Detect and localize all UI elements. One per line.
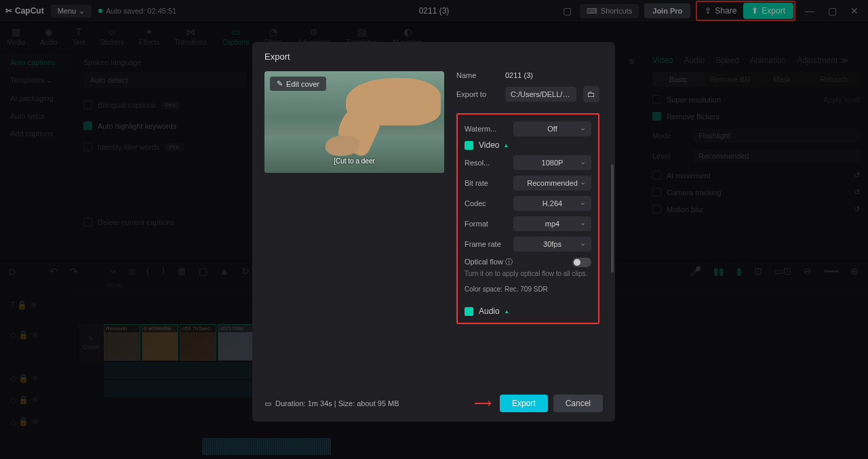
folder-icon[interactable]: 🗀 [583, 86, 599, 102]
bitrate-select[interactable]: Recommended [513, 176, 591, 191]
duration-text: ▭ Duration: 1m 34s | Size: about 95 MB [264, 399, 399, 408]
arrow-annotation: ⟶ [474, 396, 492, 411]
settings-highlight: Waterm... Off Video ▴ Resol... 1080P Bit… [456, 113, 599, 324]
codec-label: Codec [465, 199, 507, 207]
watermark-label: Waterm... [465, 125, 507, 133]
format-label: Format [465, 220, 507, 228]
exportto-path[interactable]: C:/Users/DELL/AppD... [505, 87, 576, 102]
codec-select[interactable]: H.264 [513, 196, 591, 211]
colorspace-text: Color space: Rec. 709 SDR [465, 285, 591, 293]
format-select[interactable]: mp4 [513, 216, 591, 231]
name-label: Name [456, 71, 498, 79]
name-value[interactable]: 0211 (3) [505, 71, 599, 79]
resolution-label: Resol... [465, 159, 507, 167]
edit-cover-button[interactable]: ✎ Edit cover [270, 77, 326, 91]
resolution-select[interactable]: 1080P [513, 155, 591, 170]
optical-flow-label: Optical flow ⓘ [465, 257, 513, 267]
export-confirm-button[interactable]: Export [500, 395, 548, 412]
optical-flow-toggle[interactable] [572, 258, 591, 267]
audio-section-label[interactable]: Audio [479, 306, 500, 316]
bitrate-label: Bit rate [465, 179, 507, 187]
exportto-label: Export to [456, 90, 498, 98]
export-modal: Export ✎ Edit cover [Cut to a deer Name … [252, 42, 615, 422]
framerate-select[interactable]: 30fps [513, 237, 591, 252]
modal-title: Export [252, 42, 615, 71]
optical-hint: Turn it on to apply optical flow to all … [465, 270, 591, 277]
video-section-label[interactable]: Video [479, 140, 499, 150]
watermark-select[interactable]: Off [513, 121, 591, 136]
preview-caption: [Cut to a deer [334, 157, 375, 165]
cover-preview: ✎ Edit cover [Cut to a deer [264, 71, 444, 173]
cancel-button[interactable]: Cancel [553, 395, 603, 412]
framerate-label: Frame rate [465, 240, 507, 248]
